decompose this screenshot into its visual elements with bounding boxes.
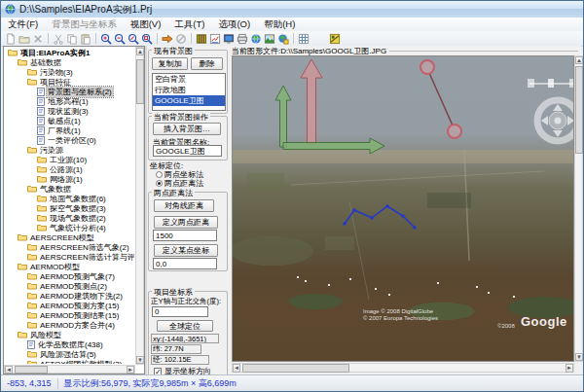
tree-item[interactable]: 公路源(1) xyxy=(5,164,134,174)
define-two-point-distance-button[interactable]: 定义两点距离 xyxy=(154,216,218,229)
scroll-down-icon[interactable]: ▼ xyxy=(136,356,144,364)
map-horizontal-scrollbar[interactable]: ◄ ► xyxy=(232,363,574,373)
tree-item[interactable]: 敏感点(1) xyxy=(5,116,134,125)
tree-item[interactable]: 一类评价区(0) xyxy=(5,135,134,145)
current-background-name-input[interactable]: GOOGLE卫图 xyxy=(153,145,222,157)
scroll-left-icon[interactable]: ◄ xyxy=(233,364,240,373)
scroll-down-icon[interactable]: ▼ xyxy=(575,353,583,361)
palette-icon[interactable] xyxy=(329,32,342,45)
app-globe-icon xyxy=(5,4,16,15)
document-icon xyxy=(37,97,45,106)
tree-item[interactable]: 气象数据 xyxy=(5,184,134,194)
map-tool-icon[interactable] xyxy=(277,32,290,45)
map-pan-control[interactable] xyxy=(537,100,574,141)
ruler-icon[interactable] xyxy=(196,32,208,45)
latitude-value: 纬: 27.7N xyxy=(151,344,201,354)
scroll-up-icon[interactable]: ▲ xyxy=(575,56,583,64)
tree-item[interactable]: AERMOD建筑物下洗(2) xyxy=(5,291,134,301)
copy-icon[interactable] xyxy=(66,32,79,45)
global-positioning-button[interactable]: 全球定位 xyxy=(157,320,213,332)
map-vertical-scrollbar[interactable]: ▲ ▼ xyxy=(574,55,583,362)
tree-item[interactable]: 地面气象数据(6) xyxy=(5,194,134,203)
delete-background-button[interactable]: 删除 xyxy=(191,57,223,70)
zoom-in-icon[interactable] xyxy=(100,32,113,45)
zoom-extents-icon[interactable] xyxy=(141,32,154,45)
tree-item[interactable]: AERMOD预测方案(15) xyxy=(5,301,134,310)
tree-item[interactable]: 现状监测(3) xyxy=(5,106,134,116)
tree-item[interactable]: 污染物(3) xyxy=(5,67,134,77)
scroll-left-icon[interactable]: ◄ xyxy=(5,366,13,374)
define-point-coordinate-button[interactable]: 定义某点坐标 xyxy=(154,244,218,257)
print-icon[interactable] xyxy=(237,32,249,45)
menu-item[interactable]: 文件(F) xyxy=(1,18,45,31)
close-file-icon[interactable] xyxy=(32,32,45,45)
chart-icon[interactable] xyxy=(209,32,222,45)
tree-item[interactable]: AERMOD预测点(2) xyxy=(5,281,134,291)
scrollbar-thumb[interactable] xyxy=(15,366,48,374)
grid-icon[interactable] xyxy=(298,32,310,45)
tree-item[interactable]: 污染源 xyxy=(5,145,134,155)
menu-item[interactable]: 选项(O) xyxy=(211,18,257,31)
tree-item[interactable]: AERMOD预测结果(15) xyxy=(5,310,134,320)
tree-item[interactable]: 工业源(10) xyxy=(5,155,134,164)
scrollbar-thumb[interactable] xyxy=(136,59,144,104)
paste-icon[interactable] xyxy=(80,32,92,45)
scrollbar-thumb[interactable] xyxy=(575,66,583,154)
diagonal-distance-button[interactable]: 对角线距离 xyxy=(154,199,214,212)
tree-item[interactable]: 基础数据 xyxy=(5,57,134,67)
building-dots xyxy=(297,276,515,298)
tree-item[interactable]: 项目:EIAProA实例1 xyxy=(5,48,134,57)
tree-item[interactable]: AERMOD预测气象(7) xyxy=(5,271,134,281)
menu-item[interactable]: 工具(T) xyxy=(167,18,211,31)
tree-item[interactable]: 厂界线(1) xyxy=(5,125,134,135)
tree-item[interactable]: 背景图与坐标系(2) xyxy=(5,87,134,96)
tree-item[interactable]: AERSCREEN筛选计算与评价等级 xyxy=(5,252,134,262)
tree-item[interactable]: AERSCREEN模型 xyxy=(5,232,134,242)
display-icon[interactable] xyxy=(223,32,236,45)
distance-value-input[interactable]: 1500 xyxy=(153,230,217,241)
background-list-item[interactable]: 空白背景 xyxy=(153,74,225,85)
tree-item[interactable]: 现场气象数据(2) xyxy=(5,213,134,223)
tree-item[interactable]: AERMOD方案合并(4) xyxy=(5,320,134,330)
background-list-item[interactable]: GOOGLE卫图 xyxy=(153,95,225,106)
tree-item[interactable]: 探空气象数据(3) xyxy=(5,203,134,213)
background-listbox[interactable]: 空白背景行政地图GOOGLE卫图 xyxy=(152,73,226,111)
map-zoom-slider[interactable] xyxy=(528,79,574,88)
menu-item[interactable]: 帮助(H) xyxy=(257,18,302,31)
tree-item[interactable]: 网络源(1) xyxy=(5,174,134,184)
tree-item[interactable]: 化学品数据库(438) xyxy=(5,339,134,349)
pan-arrow-icon[interactable] xyxy=(162,32,174,45)
scroll-right-icon[interactable]: ► xyxy=(127,366,134,374)
tree-horizontal-scrollbar[interactable]: ◄ ► xyxy=(4,365,135,374)
image-tool-icon[interactable] xyxy=(264,32,276,45)
insert-background-button[interactable]: 插入背景图… xyxy=(153,123,221,135)
copy-add-background-button[interactable]: 复制加 xyxy=(152,57,188,70)
tree-item[interactable]: 气象统计分析(4) xyxy=(5,223,134,232)
scroll-up-icon[interactable]: ▲ xyxy=(136,48,144,55)
background-list-item[interactable]: 行政地图 xyxy=(153,85,225,95)
tree-item[interactable]: AERMOD模型 xyxy=(5,262,134,271)
tree-item[interactable]: 风险模型 xyxy=(5,330,134,339)
point-coordinate-input[interactable]: 0,0 xyxy=(153,258,217,269)
zoom-out-icon[interactable] xyxy=(114,32,127,45)
pan-up-icon xyxy=(553,104,563,111)
menu-item[interactable]: 背景图与坐标系 xyxy=(45,18,124,31)
satellite-map-canvas[interactable]: Image © 2008 DigitalGlobe © 2007 Europa … xyxy=(232,55,574,362)
zoom-dynamic-icon[interactable] xyxy=(128,32,140,45)
tree-item[interactable]: 风险源强估算(5) xyxy=(5,349,134,359)
scroll-right-icon[interactable]: ► xyxy=(566,364,573,373)
north-angle-input[interactable]: 0 xyxy=(152,306,208,317)
open-file-icon[interactable] xyxy=(18,32,31,45)
scrollbar-thumb[interactable] xyxy=(242,364,349,373)
cut-icon[interactable] xyxy=(53,32,65,45)
stop-icon[interactable] xyxy=(175,32,188,45)
menu-item[interactable]: 视图(V) xyxy=(124,18,168,31)
tree-item[interactable]: AFTOX烟团扩散模型(3) xyxy=(5,359,134,364)
tree-vertical-scrollbar[interactable]: ▲ ▼ xyxy=(135,47,144,365)
title-bar[interactable]: D:\\Samples\EIAProA实例1.Prj xyxy=(1,1,583,18)
tree-item[interactable]: 项目特征 xyxy=(5,77,134,87)
new-file-icon[interactable] xyxy=(5,32,18,45)
globe-tool-icon[interactable] xyxy=(250,32,263,45)
tree-item[interactable]: 地形高程(1) xyxy=(5,96,134,106)
tree-item[interactable]: AERSCREEN筛选气象(2) xyxy=(5,242,134,252)
